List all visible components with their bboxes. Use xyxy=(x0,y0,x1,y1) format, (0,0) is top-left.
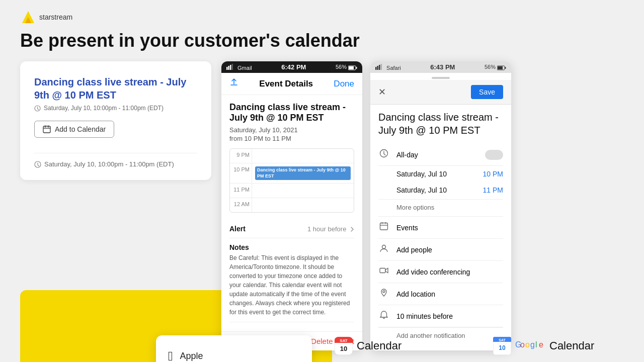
svg-rect-31 xyxy=(356,67,357,69)
cal-time-12am: 12 AM xyxy=(230,198,252,212)
clock-icon-2 xyxy=(34,161,41,168)
gcal-events-row: Events xyxy=(378,217,503,239)
calendar-icon-gcal xyxy=(378,222,389,233)
phone2-status-left: Safari xyxy=(375,64,401,71)
cal-time-10pm: 10 PM xyxy=(230,163,252,183)
signal-icon xyxy=(226,64,234,70)
phone1-status-bar: Gmail 6:42 PM 56% xyxy=(221,61,362,73)
done-button[interactable]: Done xyxy=(334,79,354,89)
apple-cal-icon: 10 SAT xyxy=(335,337,353,355)
phone2-time: 6:43 PM xyxy=(430,63,455,71)
gcal-header: ✕ Save xyxy=(370,80,511,105)
apple-icon:  xyxy=(168,348,173,362)
content-area: Dancing class live stream - July 9th @ 1… xyxy=(0,61,644,350)
event-card-time-top-text: Saturday, July 10, 10:00pm - 11:00pm (ED… xyxy=(44,105,164,112)
svg-text:SAT: SAT xyxy=(340,338,348,343)
gcal-addvideo-label: Add video conferencing xyxy=(396,268,503,276)
phone1-battery: 56% xyxy=(336,64,357,70)
phone2-status-bar: Safari 6:43 PM 56% xyxy=(370,61,511,73)
gcal-addpeople-label: Add people xyxy=(396,246,503,254)
calendar-list-item-apple:  Apple xyxy=(168,343,300,362)
gcal-allday-toggle[interactable] xyxy=(485,150,503,160)
svg-rect-34 xyxy=(379,65,380,70)
apple-calendar-label: Calendar xyxy=(357,339,401,352)
event-details-header: Event Details Done xyxy=(221,73,362,95)
google-cal-icon: 10 SAT xyxy=(493,337,511,355)
svg-text:e: e xyxy=(539,340,543,349)
cal-time-11pm: 11 PM xyxy=(230,184,252,198)
cal-slot-9pm xyxy=(252,149,354,163)
cal-slot-10pm: Dancing class live stream - July 9th @ 1… xyxy=(252,163,354,183)
gcal-reminder-label: 10 minutes before xyxy=(396,312,503,320)
phone1-event-date: Saturday, July 10, 2021 xyxy=(229,126,354,134)
gcal-addlocation-row[interactable]: Add location xyxy=(378,283,503,305)
gcal-addpeople-row[interactable]: Add people xyxy=(378,239,503,261)
svg-text:10: 10 xyxy=(340,345,347,352)
google-calendar-label: G o o g l e xyxy=(515,338,545,353)
gcal-date1: Saturday, Jul 10 xyxy=(396,170,447,178)
gcal-time2: 11 PM xyxy=(483,186,503,194)
svg-text:o: o xyxy=(520,340,525,349)
svg-text:SAT: SAT xyxy=(499,338,506,342)
brand-logo[interactable]: starstream xyxy=(20,9,72,25)
cal-row-9pm: 9 PM xyxy=(230,149,354,163)
svg-rect-27 xyxy=(230,65,231,70)
svg-rect-37 xyxy=(498,66,503,69)
gcal-close-button[interactable]: ✕ xyxy=(378,86,386,98)
add-to-calendar-button[interactable]: Add to Calendar xyxy=(34,121,114,138)
cal-time-9pm: 9 PM xyxy=(230,149,252,163)
right-panels: Gmail 6:42 PM 56% xyxy=(221,61,624,350)
svg-text:o: o xyxy=(525,340,530,349)
page-title: Be present in your customer's calendar xyxy=(0,30,644,61)
mini-cal-event: Dancing class live stream - July 9th @ 1… xyxy=(255,166,351,180)
cal-row-11pm: 11 PM xyxy=(230,184,354,198)
chevron-right-icon xyxy=(350,226,354,232)
calendar-apple-label: Apple xyxy=(180,351,203,361)
svg-rect-25 xyxy=(226,67,228,70)
logo-icon xyxy=(20,9,36,25)
phone1-status-left: Gmail xyxy=(226,64,252,71)
gcal-allday-row: All-day xyxy=(378,144,503,166)
phone1-time: 6:42 PM xyxy=(281,63,306,71)
phone1-event-title: Dancing class live stream - July 9th @ 1… xyxy=(229,102,354,123)
drag-indicator xyxy=(370,73,511,80)
svg-rect-30 xyxy=(349,66,354,69)
svg-rect-3 xyxy=(43,126,50,133)
alert-value: 1 hour before xyxy=(307,225,354,233)
gcal-more-options[interactable]: More options xyxy=(378,200,503,217)
bell-icon xyxy=(378,310,389,322)
page-header: starstream xyxy=(0,0,644,30)
calendar-list-popup:  Apple Google (online) xyxy=(156,335,312,362)
event-card: Dancing class live stream - July 9th @ 1… xyxy=(20,61,211,180)
cal-row-10pm: 10 PM Dancing class live stream - July 9… xyxy=(230,163,354,184)
phone1-event-time: from 10 PM to 11 PM xyxy=(229,135,354,142)
card-divider xyxy=(34,153,197,153)
gcal-body: Dancing class live stream - July 9th @ 1… xyxy=(370,105,511,347)
clock-icon-gcal xyxy=(378,149,389,160)
gcal-addlocation-label: Add location xyxy=(396,290,503,298)
event-details-body: Dancing class live stream - July 9th @ 1… xyxy=(221,95,362,329)
svg-text:10: 10 xyxy=(499,344,506,351)
gcal-allday-label: All-day xyxy=(396,151,478,159)
event-details-title: Event Details xyxy=(259,79,313,89)
gcal-save-button[interactable]: Save xyxy=(471,85,503,99)
apple-calendar-logo: 10 SAT Calendar xyxy=(335,337,401,355)
google-calendar-logo: 10 SAT G o o g l e Calendar xyxy=(493,337,594,355)
notes-label: Notes xyxy=(229,243,354,251)
gcal-date-row-1: Saturday, Jul 10 10 PM xyxy=(378,166,503,182)
gcal-reminder-row: 10 minutes before xyxy=(378,305,503,327)
cal-slot-12am xyxy=(252,198,354,212)
svg-rect-38 xyxy=(505,67,506,69)
svg-rect-28 xyxy=(232,64,233,70)
phone2-battery: 56% xyxy=(485,64,506,70)
svg-point-43 xyxy=(383,291,385,293)
location-icon xyxy=(378,288,389,300)
left-panel: Dancing class live stream - July 9th @ 1… xyxy=(20,61,211,350)
svg-rect-40 xyxy=(380,223,388,230)
clock-icon xyxy=(34,105,41,112)
gcal-addvideo-row[interactable]: Add video conferencing xyxy=(378,261,503,283)
people-icon xyxy=(378,244,389,255)
share-button[interactable] xyxy=(229,78,238,89)
gcal-date2: Saturday, Jul 10 xyxy=(396,186,447,194)
event-card-time-top: Saturday, July 10, 10:00pm - 11:00pm (ED… xyxy=(34,105,197,112)
